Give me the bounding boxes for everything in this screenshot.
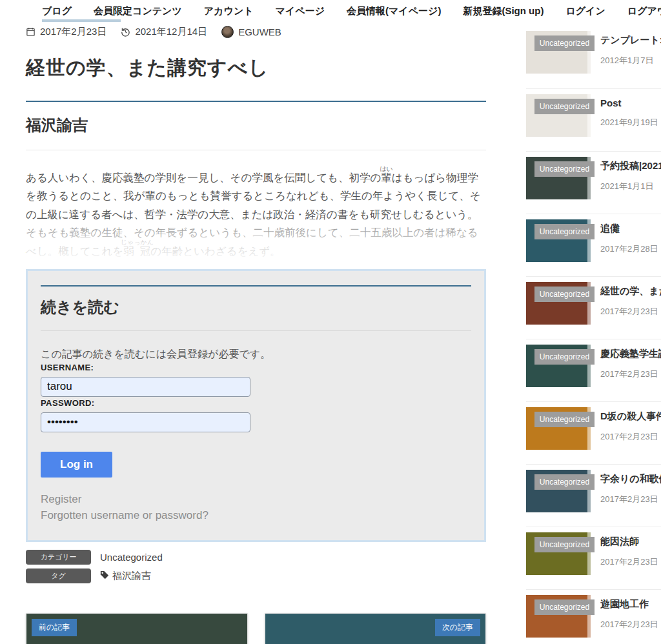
category-overlay-badge: Uncategorized bbox=[534, 99, 595, 114]
author-avatar[interactable] bbox=[221, 26, 234, 38]
nav-item-member-info[interactable]: 会員情報(マイページ) bbox=[347, 5, 441, 17]
sidebar-post-title[interactable]: 予約投稿|2021/ bbox=[600, 160, 661, 172]
list-item[interactable]: Uncategorized 遊園地工作2017年2月23日 bbox=[526, 589, 661, 644]
nav-item-members-content[interactable]: 会員限定コンテンツ bbox=[94, 5, 182, 17]
list-item[interactable]: Uncategorized 予約投稿|2021/2021年1月1日 bbox=[526, 151, 661, 214]
category-overlay-badge: Uncategorized bbox=[534, 35, 595, 51]
list-item[interactable]: Uncategorized Post2021年9月19日 bbox=[526, 88, 661, 151]
nav-item-blog[interactable]: ブログ bbox=[42, 5, 72, 17]
article-paragraph-1: ある人いわく、慶応義塾の学則を一見し、その学風を伝聞しても、初学の輩はいはもっぱ… bbox=[26, 166, 486, 223]
login-button[interactable]: Log in bbox=[41, 452, 112, 478]
category-value[interactable]: Uncategorized bbox=[100, 552, 163, 563]
category-overlay-badge: Uncategorized bbox=[534, 349, 595, 365]
sidebar-post-title[interactable]: 能因法師 bbox=[600, 536, 661, 548]
top-navigation: ブログ 会員限定コンテンツ アカウント マイページ 会員情報(マイページ) 新規… bbox=[0, 0, 661, 22]
read-more-heading: 続きを読む bbox=[41, 297, 471, 317]
sidebar-post-date: 2021年1月1日 bbox=[600, 181, 661, 192]
sidebar-post-title[interactable]: 遊園地工作 bbox=[600, 598, 661, 610]
category-overlay-badge: Uncategorized bbox=[534, 161, 595, 177]
sidebar-post-date: 2012年1月7日 bbox=[600, 55, 661, 66]
category-overlay-badge: Uncategorized bbox=[534, 474, 595, 490]
tag-value[interactable]: 福沢諭吉 bbox=[100, 570, 151, 582]
post-meta: 2017年2月23日 2021年12月14日 EGUWEB bbox=[26, 26, 486, 38]
faded-excerpt: そもそも義塾の生徒、その年長ずるというも、二十歳前後にして、二十五歳以上の者は稀… bbox=[26, 223, 486, 260]
nav-item-signup[interactable]: 新規登録(Sign up) bbox=[463, 5, 544, 17]
sidebar-post-date: 2017年2月23日 bbox=[600, 431, 661, 443]
register-link[interactable]: Register bbox=[41, 492, 471, 508]
list-item[interactable]: Uncategorized 追儺2017年2月28日 bbox=[526, 214, 661, 276]
ruby-annotation: 輩はい bbox=[381, 172, 392, 183]
author-name[interactable]: EGUWEB bbox=[238, 26, 281, 37]
category-row: カテゴリー Uncategorized bbox=[26, 550, 486, 565]
sidebar-post-date: 2017年2月23日 bbox=[600, 556, 661, 568]
sidebar-post-date: 2021年9月19日 bbox=[600, 117, 661, 128]
list-item[interactable]: Uncategorized D坂の殺人事件2017年2月23日 bbox=[526, 401, 661, 464]
sidebar-post-title[interactable]: テンプレート: 5 bbox=[600, 34, 661, 46]
updated-icon bbox=[121, 27, 130, 37]
accent-divider bbox=[26, 101, 486, 102]
username-input[interactable] bbox=[41, 377, 250, 397]
forgot-password-link[interactable]: Forgotten username or password? bbox=[41, 508, 471, 524]
calendar-icon bbox=[26, 27, 36, 37]
sidebar-post-title[interactable]: 経世の学、また bbox=[600, 285, 661, 297]
list-item[interactable]: Uncategorized テンプレート: 52012年1月7日 bbox=[526, 26, 661, 88]
sidebar-post-date: 2017年2月23日 bbox=[600, 619, 661, 630]
sidebar-post-title[interactable]: 慶応義塾学生諸 bbox=[600, 348, 661, 360]
updated-date: 2021年12月14日 bbox=[135, 26, 207, 38]
paragraph-text: ある人いわく、慶応義塾の学則を一見し、その学風を伝聞しても、初学の bbox=[26, 172, 381, 183]
sidebar-post-date: 2017年2月23日 bbox=[600, 368, 661, 380]
post-navigation: 前の記事 次の記事 bbox=[26, 613, 486, 644]
article-paragraph-2: そもそも義塾の生徒、その年長ずるというも、二十歳前後にして、二十五歳以上の者は稀… bbox=[26, 223, 486, 260]
sidebar-post-date: 2017年2月28日 bbox=[600, 243, 661, 255]
accent-divider bbox=[41, 285, 471, 287]
read-more-login-box: 続きを読む この記事の続きを読むには会員登録が必要です。 USERNAME: P… bbox=[26, 269, 486, 542]
section-heading: 福沢諭吉 bbox=[26, 115, 486, 136]
published-date: 2017年2月23日 bbox=[40, 26, 107, 38]
paragraph-text: の年齢といわざるをえず。 bbox=[150, 245, 280, 257]
sidebar-post-title[interactable]: D坂の殺人事件 bbox=[600, 410, 661, 423]
page: ブログ 会員限定コンテンツ アカウント マイページ 会員情報(マイページ) 新規… bbox=[0, 0, 661, 644]
next-post-badge: 次の記事 bbox=[435, 619, 480, 636]
category-overlay-badge: Uncategorized bbox=[534, 224, 595, 239]
tag-label: 福沢諭吉 bbox=[112, 570, 151, 582]
username-label: USERNAME: bbox=[41, 363, 94, 372]
list-item[interactable]: Uncategorized 能因法師2017年2月23日 bbox=[526, 527, 661, 589]
light-divider bbox=[41, 330, 471, 331]
previous-post-card[interactable]: 前の記事 bbox=[26, 613, 248, 644]
tag-badge: タグ bbox=[26, 569, 91, 583]
category-overlay-badge: Uncategorized bbox=[534, 287, 595, 302]
login-links: Register Forgotten username or password? bbox=[41, 492, 471, 523]
sidebar-post-date: 2017年2月23日 bbox=[600, 306, 661, 317]
category-badge: カテゴリー bbox=[26, 550, 91, 565]
membership-required-message: この記事の続きを読むには会員登録が必要です。 bbox=[41, 348, 471, 361]
taxonomy: カテゴリー Uncategorized タグ 福沢諭吉 bbox=[26, 550, 486, 583]
sidebar-post-title[interactable]: 追儺 bbox=[600, 223, 661, 235]
nav-item-account[interactable]: アカウント bbox=[204, 5, 254, 17]
tag-row: タグ 福沢諭吉 bbox=[26, 569, 486, 583]
light-divider bbox=[26, 150, 486, 150]
sidebar-post-title[interactable]: Post bbox=[600, 97, 661, 108]
article-main: 2017年2月23日 2021年12月14日 EGUWEB 経世の学、また講究す… bbox=[26, 26, 486, 644]
nav-item-logout[interactable]: ログアウト bbox=[627, 5, 661, 17]
list-item[interactable]: Uncategorized 字余りの和歌俳2017年2月23日 bbox=[526, 464, 661, 527]
previous-post-badge: 前の記事 bbox=[32, 619, 77, 636]
category-overlay-badge: Uncategorized bbox=[534, 412, 595, 427]
ruby-annotation: 弱冠じゃっかん bbox=[123, 245, 150, 257]
tag-icon bbox=[100, 570, 109, 581]
page-title: 経世の学、また講究すべし bbox=[26, 55, 486, 81]
password-label: PASSWORD: bbox=[41, 398, 95, 408]
sidebar-post-title[interactable]: 字余りの和歌俳 bbox=[600, 473, 661, 485]
category-overlay-badge: Uncategorized bbox=[534, 537, 595, 552]
category-overlay-badge: Uncategorized bbox=[534, 599, 595, 615]
nav-item-mypage[interactable]: マイページ bbox=[276, 5, 325, 17]
next-post-card[interactable]: 次の記事 bbox=[265, 613, 487, 644]
list-item[interactable]: Uncategorized 慶応義塾学生諸2017年2月23日 bbox=[526, 339, 661, 401]
list-item[interactable]: Uncategorized 経世の学、また2017年2月23日 bbox=[526, 276, 661, 339]
sidebar-recent-posts: Uncategorized テンプレート: 52012年1月7日 Uncateg… bbox=[526, 26, 661, 644]
password-input[interactable] bbox=[41, 412, 250, 432]
sidebar-post-date: 2017年2月23日 bbox=[600, 494, 661, 505]
nav-item-login[interactable]: ログイン bbox=[565, 5, 605, 17]
